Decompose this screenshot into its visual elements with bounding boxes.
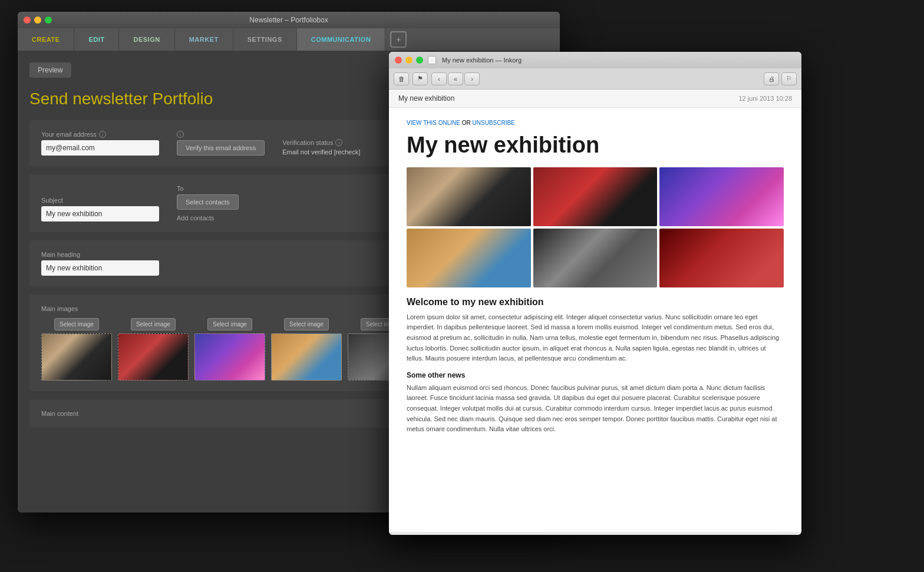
app-title: Newsletter – Portfoliobox xyxy=(249,16,328,24)
tab-design[interactable]: DESIGN xyxy=(119,28,174,51)
email-info-icon[interactable]: i xyxy=(99,131,106,138)
title-bar: Newsletter – Portfoliobox xyxy=(18,12,560,28)
traffic-lights xyxy=(24,16,52,24)
main-heading-input[interactable] xyxy=(41,260,159,276)
email-header-row: My new exhibition 12 juni 2013 10:28 xyxy=(389,90,801,108)
tab-edit[interactable]: EDIT xyxy=(74,28,119,51)
flag-email-button[interactable]: ⚑ xyxy=(412,72,428,85)
email-close-button[interactable] xyxy=(395,57,402,64)
add-contacts-link[interactable]: Add contacts xyxy=(177,214,239,221)
email-online-links: VIEW THIS ONLINE OR UNSUBSCRIBE xyxy=(407,120,784,126)
subject-label: Subject xyxy=(41,197,159,204)
image-slot-3: Select image xyxy=(194,318,265,381)
image-thumb-1 xyxy=(41,333,112,381)
action-button[interactable]: ⚐ xyxy=(781,72,797,85)
email-photo-3 xyxy=(659,167,784,226)
verification-info-icon[interactable]: i xyxy=(335,139,342,146)
email-nav-buttons: ‹ « › xyxy=(431,72,480,85)
minimize-button[interactable] xyxy=(34,16,41,24)
preview-button[interactable]: Preview xyxy=(29,62,71,78)
to-label: To xyxy=(177,185,239,192)
image-slot-4: Select image xyxy=(271,318,342,381)
tab-create[interactable]: CREATE xyxy=(18,28,74,51)
print-flag-group: 🖨 ⚐ xyxy=(764,72,797,85)
verification-status-text: Email not verified [recheck] xyxy=(282,148,360,156)
tab-settings[interactable]: SETTINGS xyxy=(233,28,297,51)
select-image-button-4[interactable]: Select image xyxy=(284,318,329,330)
view-online-link[interactable]: VIEW THIS ONLINE xyxy=(407,120,460,126)
email-photos-grid xyxy=(407,167,784,287)
email-body: VIEW THIS ONLINE OR UNSUBSCRIBE My new e… xyxy=(389,108,801,532)
verification-status-group: Verification status i Email not verified… xyxy=(282,139,360,156)
verify-label: i xyxy=(177,131,265,138)
image-thumb-4 xyxy=(271,333,342,381)
verification-status-label: Verification status i xyxy=(282,139,360,146)
image-thumb-2 xyxy=(118,333,189,381)
verify-info-icon[interactable]: i xyxy=(177,131,184,138)
image-slot-1: Select image xyxy=(41,318,112,381)
tab-market[interactable]: MARKET xyxy=(175,28,233,51)
delete-email-button[interactable]: 🗑 xyxy=(394,72,409,85)
nav-bar: CREATE EDIT DESIGN MARKET SETTINGS COMMU… xyxy=(18,28,560,51)
to-field-group: To Select contacts Add contacts xyxy=(177,185,239,221)
email-checkbox[interactable] xyxy=(428,56,436,64)
email-photo-5 xyxy=(533,229,658,287)
subject-field-group: Subject xyxy=(41,197,159,221)
select-contacts-button[interactable]: Select contacts xyxy=(177,194,239,210)
image-thumb-3 xyxy=(194,333,265,381)
email-toolbar: 🗑 ⚑ ‹ « › 🖨 ⚐ xyxy=(389,68,801,90)
email-field-group: Your email address i xyxy=(41,131,159,156)
maximize-button[interactable] xyxy=(45,16,52,24)
email-subheading: Some other news xyxy=(407,371,784,379)
select-image-button-1[interactable]: Select image xyxy=(54,318,99,330)
prev-email-button[interactable]: ‹ xyxy=(431,72,447,85)
image-slot-2: Select image xyxy=(118,318,189,381)
print-button[interactable]: 🖨 xyxy=(764,72,779,85)
email-photo-6 xyxy=(659,229,784,287)
tab-communication[interactable]: COMMUNICATION xyxy=(297,28,386,51)
select-image-button-2[interactable]: Select image xyxy=(131,318,176,330)
verify-button[interactable]: Verify this email address xyxy=(177,140,265,156)
email-minimize-button[interactable] xyxy=(405,57,412,64)
email-traffic-lights xyxy=(395,57,423,64)
email-welcome-heading: Welcome to my new exhibition xyxy=(407,297,784,308)
email-title-bar: My new exhibition — Inkorg xyxy=(389,52,801,68)
email-photo-4 xyxy=(407,229,531,287)
email-input[interactable] xyxy=(41,140,159,156)
add-tab-button[interactable]: + xyxy=(390,31,407,48)
subject-input[interactable] xyxy=(41,206,159,221)
email-from: My new exhibition xyxy=(398,94,454,103)
next-email-button[interactable]: › xyxy=(464,72,480,85)
select-image-button-3[interactable]: Select image xyxy=(207,318,252,330)
email-window-title: My new exhibition — Inkorg xyxy=(442,57,522,64)
email-photo-1 xyxy=(407,167,531,226)
email-body-text-1: Lorem ipsum dolor sit amet, consectetur … xyxy=(407,312,784,364)
prev-all-email-button[interactable]: « xyxy=(448,72,463,85)
unsubscribe-link[interactable]: UNSUBSCRIBE xyxy=(473,120,515,126)
email-maximize-button[interactable] xyxy=(416,57,423,64)
email-preview-window: My new exhibition — Inkorg 🗑 ⚑ ‹ « › 🖨 ⚐… xyxy=(389,52,801,535)
close-button[interactable] xyxy=(24,16,31,24)
email-photo-2 xyxy=(533,167,658,226)
email-body-text-2: Nullam aliquam euismod orci sed rhoncus.… xyxy=(407,383,784,435)
email-date: 12 juni 2013 10:28 xyxy=(738,95,792,102)
email-label: Your email address i xyxy=(41,131,159,138)
verify-field-group: i Verify this email address xyxy=(177,131,265,156)
email-main-heading: My new exhibition xyxy=(407,133,784,158)
